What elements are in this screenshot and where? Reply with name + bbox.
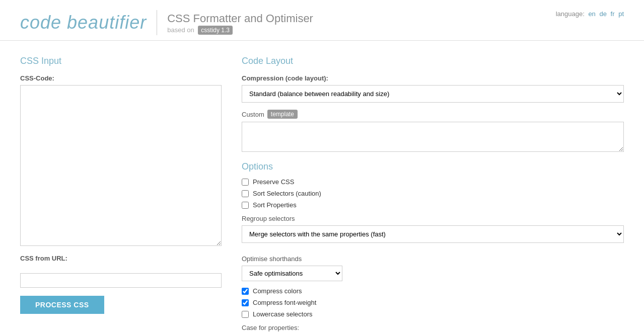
regroup-select[interactable]: Merge selectors with the same properties… <box>242 225 624 243</box>
process-css-button[interactable]: PROCESS CSS <box>20 296 104 314</box>
compression-label: Compression (code layout): <box>242 74 624 82</box>
code-layout-title: Code Layout <box>242 56 624 66</box>
regroup-label: Regroup selectors <box>242 215 624 222</box>
sort-selectors-label[interactable]: Sort Selectors (caution) <box>253 190 321 197</box>
lang-de[interactable]: de <box>599 10 606 18</box>
language-nav: language: en de fr pt <box>556 10 624 18</box>
options-title: Options <box>242 161 624 172</box>
css-code-label: CSS-Code: <box>20 74 222 82</box>
custom-label: Custom <box>242 111 264 118</box>
based-on-text: based on csstidy 1.3 <box>167 26 233 34</box>
compress-colors-label[interactable]: Compress colors <box>253 287 302 295</box>
case-properties-label: Case for properties: <box>242 324 624 331</box>
header: code beautifier CSS Formatter and Optimi… <box>0 0 644 41</box>
logo-part2: beautifier <box>67 12 147 33</box>
lang-en[interactable]: en <box>588 10 595 18</box>
main-content: CSS Input CSS-Code: CSS from URL: PROCES… <box>0 41 644 333</box>
lowercase-selectors-checkbox[interactable] <box>242 311 249 318</box>
compress-colors-checkbox[interactable] <box>242 288 249 295</box>
preserve-css-label[interactable]: Preserve CSS <box>253 178 294 186</box>
option-sort-selectors: Sort Selectors (caution) <box>242 190 624 197</box>
custom-template-row: Custom template <box>242 110 624 119</box>
logo-part1: code <box>20 12 67 33</box>
lang-fr[interactable]: fr <box>611 10 615 18</box>
css-code-textarea[interactable] <box>20 85 222 246</box>
css-url-label: CSS from URL: <box>20 255 222 262</box>
compression-select[interactable]: Standard (balance between readability an… <box>242 85 624 103</box>
sort-selectors-checkbox[interactable] <box>242 190 249 197</box>
lang-pt[interactable]: pt <box>618 10 624 18</box>
custom-template-textarea[interactable] <box>242 122 624 152</box>
app-title: CSS Formatter and Optimiser <box>167 12 313 25</box>
option-lowercase-selectors: Lowercase selectors <box>242 310 624 318</box>
css-input-title: CSS Input <box>20 56 222 66</box>
right-panel: Code Layout Compression (code layout): S… <box>242 56 624 333</box>
compress-font-weight-label[interactable]: Compress font-weight <box>253 299 316 306</box>
sort-properties-checkbox[interactable] <box>242 202 249 209</box>
option-preserve-css: Preserve CSS <box>242 178 624 186</box>
header-subtitle: CSS Formatter and Optimiser based on css… <box>167 12 313 34</box>
option-sort-properties: Sort Properties <box>242 201 624 209</box>
template-badge: template <box>267 110 298 119</box>
sort-properties-label[interactable]: Sort Properties <box>253 201 297 209</box>
preserve-css-checkbox[interactable] <box>242 179 249 186</box>
optimise-select[interactable]: Safe optimisations No optimisations All … <box>242 266 342 281</box>
csstidy-badge: csstidy 1.3 <box>198 26 233 35</box>
logo: code beautifier <box>20 12 147 33</box>
header-divider <box>157 10 157 35</box>
optimise-label: Optimise shorthands <box>242 255 624 263</box>
css-url-input[interactable] <box>20 273 222 288</box>
left-panel: CSS Input CSS-Code: CSS from URL: PROCES… <box>20 56 222 333</box>
option-compress-font-weight: Compress font-weight <box>242 299 624 306</box>
compress-font-weight-checkbox[interactable] <box>242 299 249 306</box>
option-compress-colors: Compress colors <box>242 287 624 295</box>
lowercase-selectors-label[interactable]: Lowercase selectors <box>253 310 313 318</box>
